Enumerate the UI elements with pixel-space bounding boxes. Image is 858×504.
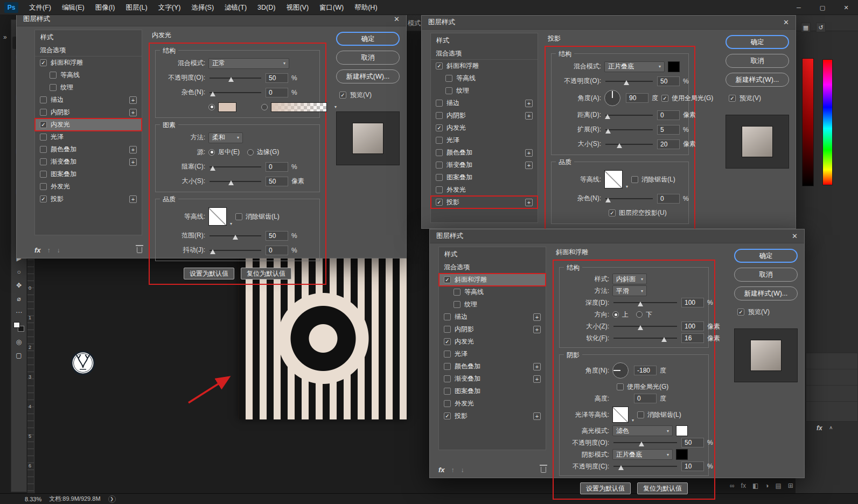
choke-slider[interactable] bbox=[210, 166, 261, 167]
slider-thumb[interactable] bbox=[210, 166, 215, 171]
screen-mode-icon[interactable]: ▢ bbox=[12, 349, 25, 361]
size-value[interactable]: 20 bbox=[657, 139, 680, 149]
inner-glow-checkbox[interactable]: ✓ bbox=[444, 338, 451, 345]
source-radio-0[interactable] bbox=[208, 149, 215, 156]
move-effect-up-icon[interactable]: ↑ bbox=[47, 247, 51, 254]
chevron-down-icon[interactable]: ▾ bbox=[626, 184, 628, 189]
refresh-icon[interactable]: ↺ bbox=[816, 23, 826, 32]
add-effect-icon[interactable]: + bbox=[525, 162, 533, 169]
slider-thumb[interactable] bbox=[639, 442, 644, 446]
foreground-background-colors[interactable] bbox=[13, 322, 24, 332]
slider-thumb[interactable] bbox=[617, 143, 622, 148]
move-effect-down-icon[interactable]: ↓ bbox=[57, 247, 60, 254]
delete-effect-icon[interactable] bbox=[137, 247, 142, 253]
style-item-texture[interactable]: 纹理 bbox=[439, 298, 546, 311]
menu-item-3[interactable]: 图层(L) bbox=[120, 0, 152, 15]
highlight-opacity-value[interactable]: 50 bbox=[681, 438, 704, 447]
new-style-button[interactable]: 新建样式(W)... bbox=[734, 286, 798, 300]
pattern-overlay-checkbox[interactable] bbox=[40, 171, 47, 178]
more-tools-icon[interactable]: ⋯ bbox=[12, 306, 25, 318]
jitter-value[interactable]: 0 bbox=[266, 246, 288, 255]
style-item-stroke[interactable]: 描边+ bbox=[439, 311, 546, 323]
altitude-value[interactable]: 0 bbox=[634, 394, 657, 403]
soften-slider[interactable] bbox=[613, 338, 677, 339]
style-item-color-overlay[interactable]: 颜色叠加+ bbox=[431, 146, 538, 159]
foreground-color-chip[interactable] bbox=[13, 322, 20, 328]
blend-mode-dropdown[interactable]: 正片叠底▾ bbox=[604, 61, 665, 72]
add-effect-icon[interactable]: + bbox=[129, 96, 137, 104]
stroke-checkbox[interactable] bbox=[436, 100, 443, 107]
cancel-button[interactable]: 取消 bbox=[734, 268, 798, 282]
slider-thumb[interactable] bbox=[228, 77, 234, 82]
size-value[interactable]: 50 bbox=[266, 177, 288, 186]
anti-alias-checkbox[interactable] bbox=[631, 176, 638, 183]
style-item-texture[interactable]: 纹理 bbox=[431, 85, 538, 97]
preview-checkbox[interactable]: ✓ bbox=[729, 95, 736, 102]
size-value[interactable]: 100 bbox=[681, 321, 704, 331]
technique-dropdown[interactable]: 柔和▾ bbox=[208, 132, 243, 143]
style-item-contour[interactable]: 等高线 bbox=[431, 72, 538, 85]
add-effect-icon[interactable]: + bbox=[129, 146, 137, 153]
slider-thumb[interactable] bbox=[605, 198, 611, 202]
set-defaults-button[interactable]: 设置为默认值 bbox=[184, 268, 234, 279]
slider-thumb[interactable] bbox=[638, 325, 643, 330]
slider-thumb[interactable] bbox=[233, 235, 238, 240]
shadow-opacity-value[interactable]: 10 bbox=[681, 461, 704, 471]
layer-knocks-out-checkbox[interactable]: ✓ bbox=[609, 209, 616, 216]
cancel-button[interactable]: 取消 bbox=[336, 51, 400, 65]
delete-effect-icon[interactable] bbox=[541, 467, 546, 473]
bevel-emboss-checkbox[interactable]: ✓ bbox=[436, 62, 443, 69]
menu-item-6[interactable]: 滤镜(T) bbox=[219, 0, 252, 15]
angle-dial[interactable] bbox=[604, 90, 620, 106]
style-item-color-overlay[interactable]: 颜色叠加+ bbox=[35, 143, 142, 156]
slider-thumb[interactable] bbox=[605, 114, 610, 119]
chevron-down-icon[interactable]: ▾ bbox=[230, 221, 232, 226]
zoom-tool-icon[interactable]: ⌀ bbox=[12, 292, 25, 305]
menu-item-5[interactable]: 选择(S) bbox=[186, 0, 219, 15]
direction-radio-1[interactable] bbox=[636, 311, 643, 318]
style-item-bevel-emboss[interactable]: ✓斜面和浮雕 bbox=[431, 60, 538, 72]
style-item-bevel-emboss[interactable]: ✓斜面和浮雕 bbox=[35, 57, 142, 69]
shadow-opacity-slider[interactable] bbox=[613, 466, 677, 467]
size-slider[interactable] bbox=[613, 326, 677, 327]
texture-checkbox[interactable] bbox=[50, 84, 57, 91]
gloss-contour-thumbnail[interactable] bbox=[612, 407, 629, 423]
blending-options-item[interactable]: 混合选项 bbox=[439, 261, 546, 274]
swatches-panel-icon[interactable]: ▦ bbox=[801, 23, 811, 32]
highlight-mode-dropdown[interactable]: 滤色▾ bbox=[612, 425, 673, 436]
range-slider[interactable] bbox=[210, 235, 261, 236]
contour-thumbnail[interactable] bbox=[604, 170, 623, 188]
style-item-drop-shadow[interactable]: ✓投影+ bbox=[35, 193, 142, 205]
drop-shadow-checkbox[interactable]: ✓ bbox=[40, 195, 47, 202]
spread-value[interactable]: 5 bbox=[657, 125, 680, 135]
close-icon[interactable]: ✕ bbox=[394, 15, 400, 23]
global-light-checkbox[interactable]: ✓ bbox=[661, 95, 668, 102]
hue-slider[interactable] bbox=[822, 59, 833, 185]
highlight-mode-color-swatch[interactable] bbox=[676, 425, 688, 436]
gradient-overlay-checkbox[interactable] bbox=[444, 375, 451, 382]
minimize-icon[interactable]: ─ bbox=[787, 0, 811, 15]
texture-checkbox[interactable] bbox=[454, 301, 461, 308]
set-defaults-button[interactable]: 设置为默认值 bbox=[580, 482, 631, 494]
stroke-checkbox[interactable] bbox=[40, 96, 47, 103]
shadow-mode-color-swatch[interactable] bbox=[676, 449, 688, 460]
style-item-gradient-overlay[interactable]: 渐变叠加+ bbox=[439, 373, 546, 385]
style-item-gradient-overlay[interactable]: 渐变叠加+ bbox=[431, 159, 538, 171]
menu-item-0[interactable]: 文件(F) bbox=[24, 0, 57, 15]
texture-checkbox[interactable] bbox=[445, 87, 452, 94]
jitter-slider[interactable] bbox=[210, 250, 261, 251]
drop-shadow-checkbox[interactable]: ✓ bbox=[444, 412, 451, 419]
slider-thumb[interactable] bbox=[618, 465, 624, 470]
move-effect-down-icon[interactable]: ↓ bbox=[461, 466, 464, 474]
dialog-titlebar[interactable]: 图层样式 ✕ bbox=[430, 229, 804, 243]
highlight-opacity-slider[interactable] bbox=[613, 442, 677, 443]
zoom-level[interactable]: 8.33% bbox=[25, 496, 41, 502]
style-item-pattern-overlay[interactable]: 图案叠加 bbox=[35, 168, 142, 180]
style-item-pattern-overlay[interactable]: 图案叠加 bbox=[431, 171, 538, 184]
anti-alias-checkbox[interactable] bbox=[235, 213, 242, 220]
layer-row[interactable] bbox=[806, 369, 857, 386]
soften-value[interactable]: 16 bbox=[681, 333, 704, 343]
style-item-satin[interactable]: 光泽 bbox=[439, 348, 546, 360]
slider-thumb[interactable] bbox=[638, 302, 643, 306]
style-item-drop-shadow[interactable]: ✓投影+ bbox=[431, 196, 538, 208]
